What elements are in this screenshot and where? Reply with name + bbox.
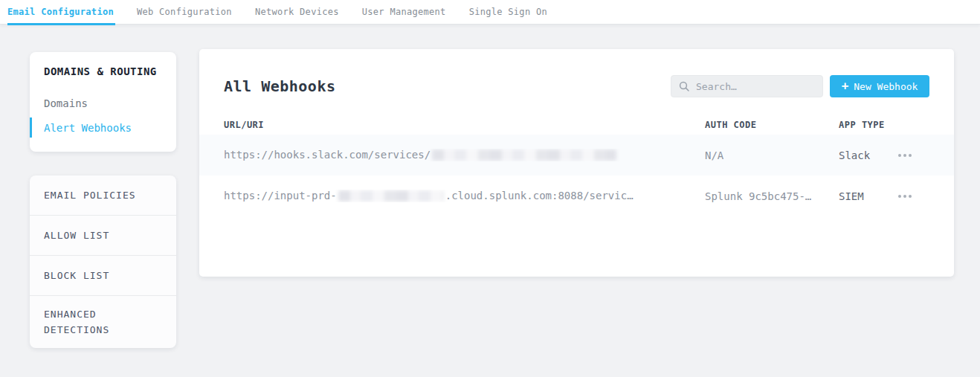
main-column: All Webhooks + New Webhook bbox=[199, 51, 954, 348]
domains-routing-card: DOMAINS & ROUTING Domains Alert Webhooks bbox=[30, 52, 176, 152]
sidebar-item-enhanced-detections[interactable]: ENHANCED DETECTIONS bbox=[30, 296, 176, 348]
column-header-auth-code: AUTH CODE bbox=[705, 120, 839, 130]
table-row: https://hooks.slack.com/services/ N/A Sl… bbox=[199, 135, 954, 175]
sidebar-item-block-list[interactable]: BLOCK LIST bbox=[30, 256, 176, 296]
redacted-url-segment bbox=[432, 149, 616, 161]
sidebar-item-domains[interactable]: Domains bbox=[30, 91, 176, 115]
app-type-cell: Slack bbox=[839, 149, 898, 161]
sidebar-item-email-policies[interactable]: EMAIL POLICIES bbox=[30, 175, 176, 216]
webhooks-card: All Webhooks + New Webhook bbox=[199, 49, 954, 277]
header-actions: + New Webhook bbox=[671, 75, 929, 97]
search-input[interactable] bbox=[696, 81, 815, 92]
tab-email-configuration[interactable]: Email Configuration bbox=[7, 0, 114, 25]
tab-user-management[interactable]: User Management bbox=[362, 0, 446, 25]
ellipsis-icon bbox=[898, 195, 901, 198]
auth-code-cell: Splunk 9c5bc475-… bbox=[705, 190, 839, 202]
page-content: DOMAINS & ROUTING Domains Alert Webhooks… bbox=[0, 25, 980, 348]
search-icon bbox=[679, 81, 689, 91]
row-actions-button[interactable] bbox=[898, 189, 923, 204]
sidebar: DOMAINS & ROUTING Domains Alert Webhooks… bbox=[30, 52, 176, 348]
sidebar-item-alert-webhooks[interactable]: Alert Webhooks bbox=[30, 115, 176, 140]
tab-network-devices[interactable]: Network Devices bbox=[255, 0, 339, 25]
column-header-app-type: APP TYPE bbox=[839, 120, 898, 130]
sidebar-sections-card: EMAIL POLICIES ALLOW LIST BLOCK LIST ENH… bbox=[30, 175, 176, 348]
ellipsis-icon bbox=[898, 154, 901, 157]
tab-web-configuration[interactable]: Web Configuration bbox=[137, 0, 232, 25]
new-webhook-button-label: New Webhook bbox=[854, 81, 918, 92]
row-actions-button[interactable] bbox=[898, 148, 923, 163]
webhook-url-cell: https://hooks.slack.com/services/ bbox=[224, 149, 705, 161]
sidebar-item-allow-list[interactable]: ALLOW LIST bbox=[30, 216, 176, 256]
app-type-cell: SIEM bbox=[839, 190, 898, 202]
auth-code-cell: N/A bbox=[705, 149, 839, 161]
redacted-url-segment bbox=[338, 190, 444, 202]
new-webhook-button[interactable]: + New Webhook bbox=[830, 75, 929, 97]
tab-single-sign-on[interactable]: Single Sign On bbox=[469, 0, 547, 25]
search-box bbox=[671, 75, 823, 97]
domains-routing-title: DOMAINS & ROUTING bbox=[30, 65, 176, 77]
column-header-url: URL/URI bbox=[224, 120, 705, 130]
table-row: https://input-prd-.cloud.splunk.com:8088… bbox=[199, 175, 954, 216]
top-tab-bar: Email Configuration Web Configuration Ne… bbox=[0, 0, 980, 25]
table-header-row: URL/URI AUTH CODE APP TYPE bbox=[199, 120, 954, 135]
plus-icon: + bbox=[842, 80, 849, 92]
page-title: All Webhooks bbox=[224, 77, 336, 95]
webhooks-card-header: All Webhooks + New Webhook bbox=[199, 49, 954, 97]
webhook-url-cell: https://input-prd-.cloud.splunk.com:8088… bbox=[224, 190, 705, 202]
